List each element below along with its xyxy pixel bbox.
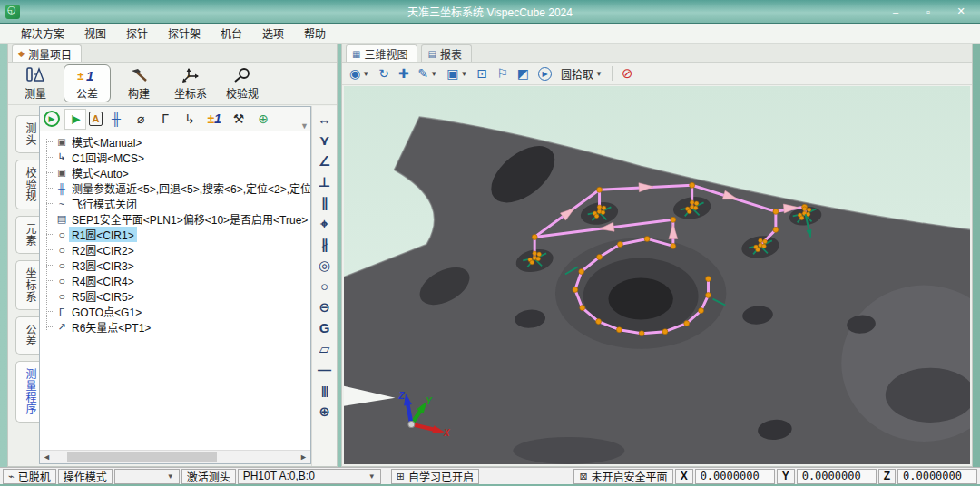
close-button[interactable]: ✕ — [955, 5, 967, 17]
tree-item-4[interactable]: ╫测量参数逼近<5>,回退<5>,搜索<6>,定位<2>,定位加<2>,测量..… — [40, 180, 310, 196]
tree-item-6[interactable]: ▤SEP1安全平面<PLN1>偏移<10>是否启用<True> — [40, 211, 310, 227]
gdt-profile-button[interactable]: ||| — [314, 380, 336, 401]
tree-item-7[interactable]: ○R1圆<CIR1> — [40, 227, 310, 242]
tab-view3d[interactable]: ▦三维视图 — [346, 44, 417, 62]
gdt-angularity-button[interactable]: ⋎ — [314, 130, 336, 151]
sidebar-tab-gauge[interactable]: 校验规 — [15, 160, 39, 209]
gdt-position-button[interactable]: ⌖ — [314, 213, 336, 234]
ribbon-coordinate-button[interactable]: 坐标系 — [167, 64, 214, 102]
ribbon-construct-label: 构建 — [128, 85, 150, 101]
tree-item-13[interactable]: ↗R6矢量点<PT1> — [40, 319, 310, 335]
horizontal-scrollbar[interactable]: ◄ ► — [40, 450, 310, 463]
gdt-distance-button[interactable]: ↔ — [314, 109, 336, 130]
window-select-icon: ◩ — [517, 66, 529, 81]
menu-item-6[interactable]: 选项 — [252, 24, 294, 43]
view-zoom-fit-button[interactable]: ⊡ — [476, 66, 487, 81]
view-circle-pick-button[interactable]: 圆拾取▼ — [561, 66, 603, 82]
gdt-straightness-button[interactable]: — — [314, 359, 336, 380]
gdt-symmetry-button[interactable]: ⊖ — [314, 296, 336, 317]
tree-toolbar-probe-path-button[interactable]: ⊕ — [252, 109, 274, 130]
gdt-parallelism-button[interactable]: ∥ — [314, 192, 336, 213]
gdt-cylindricity-button[interactable]: G — [314, 317, 336, 338]
tree-toolbar-tolerance-button[interactable]: ±1 — [203, 109, 225, 130]
view-probe-disabled-button[interactable]: ⊘ — [622, 65, 633, 82]
gdt-total-runout-button[interactable]: ⊕ — [314, 401, 336, 422]
view-rotate-button[interactable]: ↻ — [378, 66, 389, 81]
tree-toolbar-label-mode-button[interactable]: A — [89, 112, 103, 126]
tree-item-12[interactable]: ΓGOTO点<G1> — [40, 304, 310, 319]
measure-point — [596, 319, 602, 325]
tree-item-10[interactable]: ○R4圆<CIR4> — [40, 273, 310, 288]
viewport-3d[interactable]: XYZ — [344, 86, 970, 464]
sidebar-tab-probe[interactable]: 测头 — [15, 115, 39, 153]
ribbon-measure-button[interactable]: 测量 — [12, 64, 59, 102]
scroll-left-icon[interactable]: ◄ — [43, 452, 51, 462]
toolbar-overflow-button[interactable]: ▼ — [300, 122, 309, 131]
gauge-icon — [232, 66, 252, 84]
ribbon-gauge-button[interactable]: 校验规 — [219, 64, 266, 102]
sidebar-tab-tolerance[interactable]: 公差 — [15, 316, 39, 355]
gdt-perpendicularity-button[interactable]: ⊥ — [314, 171, 336, 192]
tree-item-2[interactable]: ↳C1回调<MCS> — [40, 150, 310, 165]
view-tab-row: ▦三维视图▤报表 — [342, 44, 972, 63]
tab-measure-project[interactable]: ◆ 测量项目 — [12, 44, 82, 62]
tree-toolbar-goto-button[interactable]: Γ — [154, 109, 176, 130]
tree-toolbar-coordinate-button[interactable]: ↳ — [179, 109, 201, 130]
gdt-inclination-button[interactable]: ∦ — [314, 234, 336, 255]
app-window: 天准三坐标系统 VispecCube 2024 – ▫ ✕ 解决方案视图探针探针… — [0, 0, 980, 486]
gdt-flatness-button[interactable]: ▱ — [314, 338, 336, 359]
tree-item-9[interactable]: ○R3圆<CIR3> — [40, 258, 310, 273]
scene-3d: XYZ — [344, 86, 970, 464]
tree-toolbar-measure-button[interactable]: ⌀ — [130, 109, 152, 130]
ribbon-construct-button[interactable]: 构建 — [115, 64, 162, 102]
menu-item-1[interactable]: 解决方案 — [11, 24, 74, 43]
tree-toolbar-step-run-button[interactable]: |▶ — [64, 109, 86, 130]
title-bar: 天准三坐标系统 VispecCube 2024 – ▫ ✕ — [0, 0, 980, 24]
tree-item-8[interactable]: ○R2圆<CIR2> — [40, 242, 310, 258]
tree-branch-line — [46, 172, 54, 173]
view-locate-pin-button[interactable]: ⚐ — [496, 66, 508, 81]
tree-toolbar-run-button[interactable]: ▶ — [44, 111, 60, 127]
view-window-select-button[interactable]: ◩ — [517, 66, 529, 81]
measure-point — [580, 306, 585, 311]
minimize-button[interactable]: – — [889, 6, 902, 17]
tree-item-1[interactable]: ▣模式<Manual> — [40, 134, 310, 150]
tree-item-5[interactable]: ~飞行模式关闭 — [40, 196, 310, 211]
menu-item-3[interactable]: 探针 — [116, 24, 158, 43]
sidebar-tab-program[interactable]: 测量程序 — [15, 361, 39, 423]
side-tab-strip: 测头校验规元素坐标系公差测量程序 — [8, 106, 39, 466]
view-view-mode-button[interactable]: ◉▼ — [349, 66, 369, 81]
safety-plane-icon: ⊠ — [579, 471, 587, 482]
scrollbar-thumb[interactable] — [67, 452, 217, 462]
view-sketch-button[interactable]: ✎▼ — [418, 66, 438, 81]
menu-item-7[interactable]: 帮助 — [294, 24, 336, 43]
auto-run-icon: ▶ — [538, 67, 552, 81]
gdt-concentricity-button[interactable]: ◎ — [314, 255, 336, 276]
offline-icon: ⌁ — [8, 471, 15, 482]
gdt-angle-button[interactable]: ∠ — [314, 151, 336, 171]
tree-toolbar-measure-params-button[interactable]: ╫ — [105, 109, 127, 130]
svg-text:±: ± — [77, 69, 84, 83]
gdt-roundness-button[interactable]: ○ — [314, 276, 336, 296]
tree-toolbar: ▶|▶A╫⌀Γ↳±1⚒⊕▼ — [40, 107, 310, 131]
tree-item-3[interactable]: ▣模式<Auto> — [40, 165, 310, 180]
view-cube-view-button[interactable]: ▣▼ — [446, 66, 467, 81]
view-auto-run-button[interactable]: ▶ — [538, 67, 552, 81]
menu-item-5[interactable]: 机台 — [211, 24, 252, 43]
sidebar-tab-coordinate[interactable]: 坐标系 — [15, 260, 39, 310]
op-mode-select[interactable]: ▼ — [114, 469, 180, 484]
maximize-button[interactable]: ▫ — [922, 6, 935, 17]
sidebar-tab-element[interactable]: 元素 — [15, 216, 39, 254]
scroll-right-icon[interactable]: ► — [299, 452, 308, 462]
tree-branch-line — [46, 188, 54, 189]
tree-branch-line — [46, 311, 54, 312]
menu-item-2[interactable]: 视图 — [74, 24, 116, 43]
tree-toolbar-construct-button[interactable]: ⚒ — [228, 109, 250, 130]
tree-item-11[interactable]: ○R5圆<CIR5> — [40, 288, 310, 304]
ribbon-tolerance-button[interactable]: ±1公差 — [64, 64, 111, 102]
ribbon-gauge-label: 校验规 — [226, 85, 259, 101]
menu-item-4[interactable]: 探针架 — [158, 24, 211, 43]
active-probe-select[interactable]: PH10T A:0,B:0 ▼ — [238, 469, 381, 484]
tab-report[interactable]: ▤报表 — [421, 44, 471, 62]
view-pan-button[interactable]: ✚ — [398, 66, 409, 81]
